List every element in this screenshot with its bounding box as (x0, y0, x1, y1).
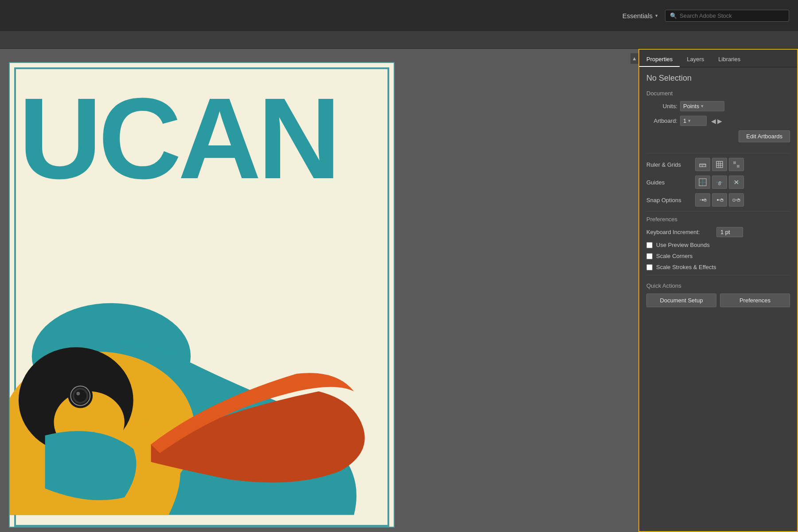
guides-label: Guides (646, 179, 695, 186)
artboard: UCAN (9, 62, 395, 528)
document-section-label: Document (646, 90, 790, 97)
svg-rect-19 (733, 161, 736, 164)
units-value: Points (683, 103, 699, 110)
scale-strokes-label: Scale Strokes & Effects (656, 264, 716, 270)
main-area: UCAN (0, 49, 798, 532)
units-dropdown-icon: ▾ (701, 103, 704, 109)
svg-rect-20 (737, 161, 739, 164)
snap-icons (695, 193, 744, 207)
units-row: Units: Points ▾ (646, 101, 790, 111)
units-label: Units: (646, 103, 677, 110)
top-bar: Essentials ▾ 🔍 (0, 0, 798, 31)
quick-actions-label: Quick Actions (646, 282, 790, 289)
svg-rect-22 (737, 165, 739, 168)
artboard-prev-icon[interactable]: ◀ (711, 117, 716, 125)
lock-guides-icon-btn[interactable] (712, 176, 727, 189)
svg-point-35 (717, 199, 719, 201)
guides-icons (695, 176, 744, 189)
search-icon: 🔍 (670, 12, 677, 19)
use-preview-bounds-row: Use Preview Bounds (646, 242, 790, 248)
show-guides-icon-btn[interactable] (695, 176, 710, 189)
search-input[interactable] (680, 12, 784, 19)
preferences-button[interactable]: Preferences (720, 293, 790, 307)
svg-rect-21 (733, 165, 736, 168)
ruler-grids-label: Ruler & Grids (646, 161, 695, 168)
artboard-value: 1 (683, 117, 686, 124)
ruler-icon-btn[interactable] (695, 158, 710, 171)
svg-rect-27 (719, 183, 720, 185)
essentials-button[interactable]: Essentials ▾ (622, 12, 658, 20)
toolbar-row (0, 31, 798, 49)
svg-rect-14 (716, 161, 723, 168)
units-select[interactable]: Points ▾ (680, 101, 724, 111)
chevron-down-icon: ▾ (655, 13, 658, 19)
snap-point-icon-btn[interactable] (695, 193, 710, 207)
document-setup-button[interactable]: Document Setup (646, 293, 716, 307)
ruler-grids-row: Ruler & Grids (646, 158, 790, 171)
divider-1 (646, 153, 790, 153)
collapse-button[interactable]: ▲ (630, 53, 638, 64)
scale-strokes-row: Scale Strokes & Effects (646, 264, 790, 270)
snap-pixel-icon-btn[interactable] (729, 193, 744, 207)
search-bar: 🔍 (665, 10, 789, 22)
tab-properties[interactable]: Properties (639, 52, 680, 67)
use-preview-bounds-checkbox[interactable] (646, 242, 653, 248)
no-selection-label: No Selection (646, 74, 790, 83)
canvas-text: UCAN (19, 81, 337, 196)
scale-corners-checkbox[interactable] (646, 253, 653, 259)
tab-layers[interactable]: Layers (680, 52, 711, 67)
artboard-input[interactable]: 1 ▾ (680, 116, 707, 126)
guides-row: Guides (646, 176, 790, 189)
scale-corners-label: Scale Corners (656, 253, 692, 259)
panel-content: No Selection Document Units: Points ▾ Ar… (639, 67, 797, 531)
tab-libraries[interactable]: Libraries (711, 52, 747, 67)
quick-actions-buttons: Document Setup Preferences (646, 293, 790, 307)
keyboard-increment-label: Keyboard Increment: (646, 229, 713, 235)
panel-tabs: Properties Layers Libraries (639, 50, 797, 67)
quick-actions-section: Quick Actions Document Setup Preferences (646, 282, 790, 307)
clear-guides-icon-btn[interactable] (729, 176, 744, 189)
scale-strokes-checkbox[interactable] (646, 264, 653, 270)
pixel-grid-icon-btn[interactable] (729, 158, 744, 171)
snap-options-label: Snap Options (646, 197, 695, 203)
snap-grid-icon-btn[interactable] (712, 193, 727, 207)
keyboard-increment-row: Keyboard Increment: (646, 227, 790, 237)
artboard-dropdown-icon: ▾ (688, 118, 691, 124)
divider-2 (646, 211, 790, 211)
artboard-row: Artboard: 1 ▾ ◀ ▶ (646, 116, 790, 126)
grid-icon-btn[interactable] (712, 158, 727, 171)
keyboard-increment-input[interactable] (716, 227, 743, 237)
preferences-section: Preferences Keyboard Increment: Use Prev… (646, 216, 790, 270)
scale-corners-row: Scale Corners (646, 253, 790, 259)
edit-artboards-button[interactable]: Edit Artboards (739, 130, 790, 142)
svg-point-31 (702, 199, 704, 201)
artboard-next-icon[interactable]: ▶ (717, 117, 722, 125)
ruler-grids-icons (695, 158, 744, 171)
essentials-label: Essentials (622, 12, 653, 20)
right-panel: Properties Layers Libraries No Selection… (638, 49, 798, 532)
artboard-nav: ◀ ▶ (711, 117, 722, 125)
svg-rect-38 (733, 199, 735, 201)
svg-point-7 (76, 392, 80, 395)
toucan-illustration (10, 225, 394, 527)
preferences-section-label: Preferences (646, 216, 790, 223)
snap-options-row: Snap Options (646, 193, 790, 207)
artboard-label: Artboard: (646, 117, 677, 124)
svg-point-6 (74, 390, 86, 402)
use-preview-bounds-label: Use Preview Bounds (656, 242, 710, 248)
divider-3 (646, 275, 790, 275)
canvas-area: UCAN (0, 49, 638, 532)
